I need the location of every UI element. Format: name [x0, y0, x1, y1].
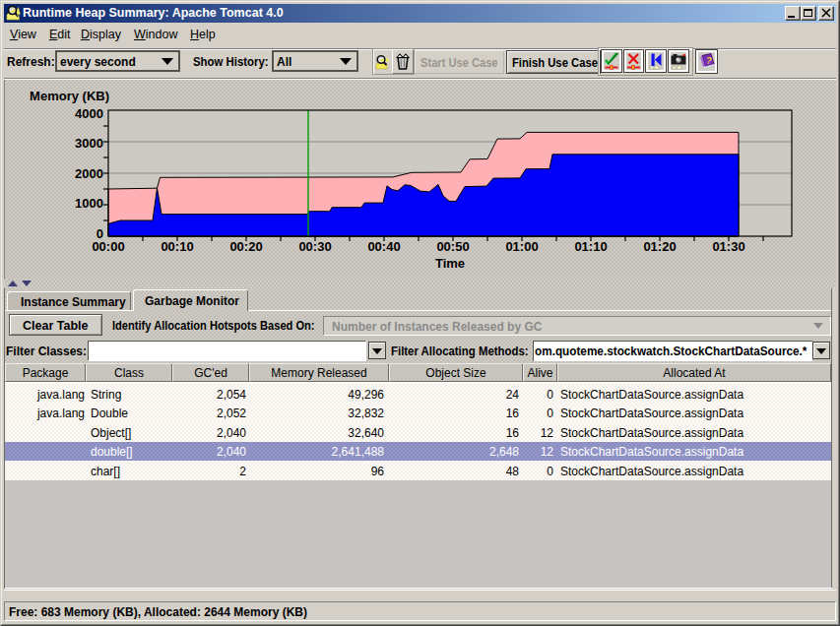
svg-text:01:20: 01:20	[643, 239, 676, 254]
svg-text:01:30: 01:30	[712, 239, 744, 254]
svg-text:01:10: 01:10	[574, 239, 607, 254]
svg-text:Time: Time	[435, 256, 465, 271]
svg-text:00:30: 00:30	[298, 239, 331, 254]
svg-text:4000: 4000	[75, 106, 103, 121]
svg-text:01:00: 01:00	[505, 239, 538, 254]
svg-text:00:10: 00:10	[161, 239, 193, 254]
svg-text:00:50: 00:50	[436, 239, 469, 254]
svg-text:1000: 1000	[75, 196, 103, 211]
svg-text:Memory (KB): Memory (KB)	[30, 89, 109, 103]
svg-text:00:20: 00:20	[229, 239, 262, 254]
svg-text:00:00: 00:00	[92, 239, 124, 254]
svg-text:00:40: 00:40	[367, 239, 400, 254]
svg-text:2000: 2000	[75, 166, 103, 181]
svg-text:3000: 3000	[75, 136, 103, 151]
